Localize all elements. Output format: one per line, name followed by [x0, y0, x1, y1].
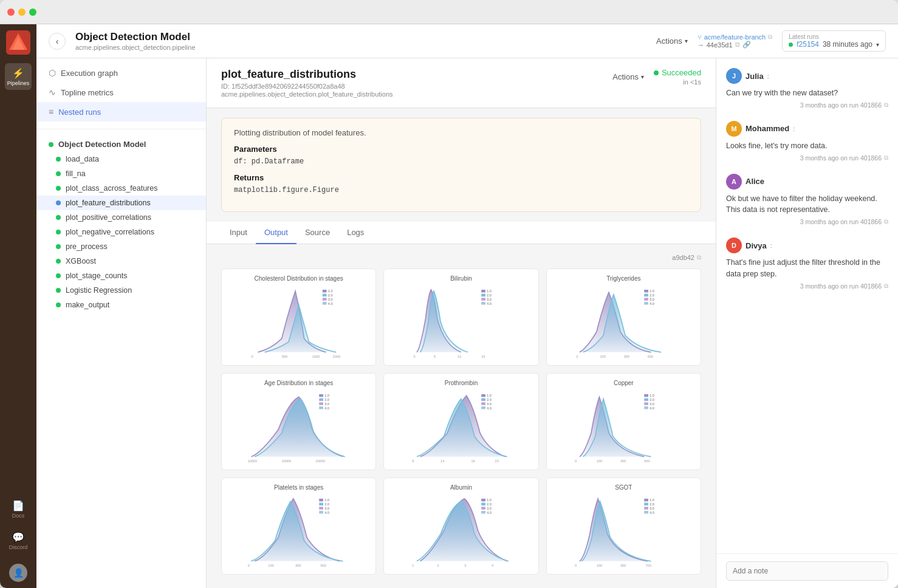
tree-item-make_output[interactable]: make_output: [36, 298, 206, 312]
comment-item: D Divya : That's fine just adjust the fi…: [726, 238, 888, 290]
svg-rect-102: [644, 507, 648, 509]
copy-comment-icon[interactable]: ⧉: [884, 101, 888, 109]
root-status-dot: [49, 142, 53, 147]
add-note-input[interactable]: [726, 561, 888, 581]
svg-text:1.0: 1.0: [650, 498, 654, 502]
menu-item-nested-runs[interactable]: ≡ Nested runs: [36, 102, 206, 121]
svg-text:1.0: 1.0: [328, 289, 333, 293]
tab-source[interactable]: Source: [296, 222, 338, 244]
step-actions-button[interactable]: Actions ▾: [612, 72, 644, 81]
author-name: Mohammed: [745, 124, 789, 133]
author-name: Julia: [745, 72, 764, 81]
svg-rect-52: [482, 398, 486, 401]
chart-title: Triglycerides: [553, 275, 694, 282]
menu-item-topline-metrics[interactable]: ∿ Topline metrics: [36, 83, 206, 102]
svg-rect-54: [482, 402, 486, 405]
chart-area: 1.0 2.0 3.0 4.0 0 100: [553, 389, 694, 463]
chart-title: SGOT: [553, 484, 694, 491]
right-panel: J Julia : Can we try with the new datase…: [716, 58, 898, 588]
svg-text:2.0: 2.0: [650, 398, 654, 402]
copy-hash-icon[interactable]: ⧉: [697, 254, 701, 261]
svg-text:5: 5: [434, 355, 436, 358]
comment-author: J Julia :: [726, 68, 888, 84]
menu-item-execution-graph[interactable]: ⬡ Execution graph: [36, 63, 206, 83]
chart-area: 1.0 2.0 3.0 4.0 0 100: [228, 493, 369, 568]
tree-root[interactable]: Object Detection Model: [36, 137, 206, 152]
svg-text:100: 100: [597, 459, 602, 463]
svg-rect-78: [319, 507, 323, 509]
status-badge: Succeeded in <1s: [654, 68, 701, 86]
comment-item: A Alice Ok but we have to filter the hol…: [726, 174, 888, 226]
tab-logs[interactable]: Logs: [338, 222, 372, 244]
tree-item-plot_stage_counts[interactable]: plot_stage_counts: [36, 268, 206, 283]
doc-description: Plotting distribution of model features.: [234, 128, 688, 137]
svg-text:4.0: 4.0: [487, 406, 492, 410]
svg-rect-3: [323, 290, 327, 292]
chart-title: Age Distribution in stages: [228, 380, 369, 386]
tree-item-fill_na[interactable]: fill_na: [36, 166, 206, 181]
xgboost-dot: [56, 259, 61, 264]
commit-link-icon[interactable]: 🔗: [742, 41, 751, 49]
svg-text:3.0: 3.0: [487, 507, 492, 510]
docs-icon: 📄: [12, 500, 24, 511]
tabs-bar: Input Output Source Logs: [207, 222, 716, 244]
copy-commit-icon[interactable]: ⧉: [735, 41, 740, 49]
tab-output[interactable]: Output: [256, 222, 296, 244]
copy-comment-icon[interactable]: ⧉: [884, 154, 888, 162]
plot-feature-dot: [56, 200, 61, 205]
chart-title: Albumin: [390, 484, 532, 491]
menu-section: ⬡ Execution graph ∿ Topline metrics ≡ Ne…: [36, 58, 206, 126]
svg-rect-86: [482, 499, 486, 501]
tree-item-logistic_regression[interactable]: Logistic Regression: [36, 283, 206, 298]
chart-sgot: SGOT 1.0 2.0: [546, 477, 701, 575]
tree-item-plot_positive_correlations[interactable]: plot_positive_correlations: [36, 210, 206, 225]
comment-text: Can we try with the new dataset?: [726, 87, 888, 99]
svg-text:10: 10: [458, 355, 461, 358]
user-avatar[interactable]: 👤: [9, 564, 27, 582]
chart-area: 1.0 2.0 3.0 4.0 0 100: [553, 493, 694, 568]
fill-na-dot: [56, 171, 61, 176]
svg-text:0: 0: [575, 564, 577, 567]
tree-item-load_data[interactable]: load_data: [36, 152, 206, 166]
copy-branch-icon[interactable]: ⧉: [768, 33, 772, 41]
doc-returns-section: Returns matplotlib.figure.Figure: [234, 173, 688, 194]
svg-rect-90: [482, 507, 486, 509]
svg-text:3.0: 3.0: [487, 298, 492, 301]
svg-rect-43: [319, 402, 323, 405]
svg-text:1.0: 1.0: [487, 498, 492, 502]
run-dropdown-icon[interactable]: ▾: [876, 41, 879, 48]
svg-text:2000: 2000: [333, 355, 340, 358]
svg-rect-62: [644, 394, 648, 397]
close-button[interactable]: [7, 9, 15, 16]
arrow-icon: →: [697, 41, 704, 49]
tree-item-plot_negative_correlations[interactable]: plot_negative_correlations: [36, 225, 206, 239]
tab-input[interactable]: Input: [221, 222, 256, 244]
status-text: Succeeded: [654, 68, 701, 77]
output-hash: a9db42 ⧉: [221, 254, 701, 261]
header-title-area: Object Detection Model acme.pipelines.ob…: [75, 31, 646, 51]
copy-comment-icon[interactable]: ⧉: [884, 282, 888, 290]
svg-rect-104: [644, 511, 648, 513]
tree-item-xgboost[interactable]: XGBoost: [36, 254, 206, 268]
chart-triglycerides: Triglycerides 1.0 2.0: [546, 268, 701, 366]
logistic-dot: [56, 288, 61, 293]
alice-avatar: A: [726, 174, 742, 190]
svg-rect-56: [482, 406, 486, 409]
chart-age: Age Distribution in stages 1.0 2.0: [221, 373, 376, 470]
sidebar-item-docs[interactable]: 📄 Docs: [5, 496, 32, 522]
chart-title: Bilirubin: [390, 275, 532, 282]
svg-rect-76: [319, 503, 323, 505]
actions-button[interactable]: Actions ▾: [656, 36, 688, 46]
sidebar-item-pipelines[interactable]: ⚡ Pipelines: [5, 63, 32, 90]
tree-item-plot_feature_distributions[interactable]: plot_feature_distributions: [36, 196, 206, 210]
branch-icon: ⑂: [697, 33, 702, 41]
tree-item-pre_process[interactable]: pre_process: [36, 239, 206, 254]
sidebar-item-discord[interactable]: 💬 Discord: [5, 527, 32, 554]
back-button[interactable]: ‹: [49, 33, 66, 50]
minimize-button[interactable]: [18, 9, 26, 16]
tree-item-plot_class_across_features[interactable]: plot_class_across_features: [36, 181, 206, 196]
copy-comment-icon[interactable]: ⧉: [884, 218, 888, 225]
status-time: in <1s: [683, 78, 701, 86]
svg-rect-15: [482, 290, 486, 292]
maximize-button[interactable]: [29, 9, 36, 16]
